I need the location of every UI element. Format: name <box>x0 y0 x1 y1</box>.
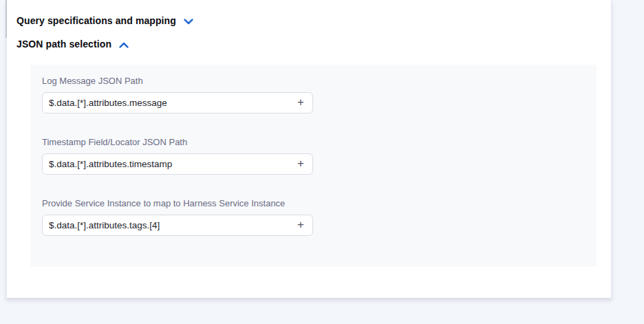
timestamp-json-path-input-wrap: + <box>42 153 313 175</box>
section-query-specifications[interactable]: Query specifications and mapping <box>17 15 193 26</box>
service-instance-json-path-input[interactable] <box>43 215 289 235</box>
page-background: Query specifications and mapping JSON pa… <box>0 0 644 324</box>
field-log-message-json-path: Log Message JSON Path + <box>42 76 597 114</box>
add-expression-button[interactable]: + <box>289 215 312 235</box>
field-label: Provide Service Instance to map to Harne… <box>42 198 597 208</box>
chevron-up-icon <box>119 42 129 48</box>
settings-card: Query specifications and mapping JSON pa… <box>6 0 612 298</box>
log-message-json-path-input-wrap: + <box>42 92 313 114</box>
log-message-json-path-input[interactable] <box>43 93 289 113</box>
field-timestamp-json-path: Timestamp Field/Locator JSON Path + <box>42 137 597 175</box>
section-json-path-selection[interactable]: JSON path selection <box>17 39 129 50</box>
chevron-down-icon <box>184 19 193 25</box>
service-instance-json-path-input-wrap: + <box>42 215 313 236</box>
timestamp-json-path-input[interactable] <box>43 154 289 174</box>
json-path-panel: Log Message JSON Path + Timestamp Field/… <box>30 65 597 267</box>
scrollbar-track[interactable] <box>6 0 7 298</box>
field-service-instance-json-path: Provide Service Instance to map to Harne… <box>42 198 597 236</box>
field-label: Timestamp Field/Locator JSON Path <box>42 137 597 147</box>
field-label: Log Message JSON Path <box>42 76 597 86</box>
section-title: JSON path selection <box>17 39 111 50</box>
scrollbar-thumb[interactable] <box>6 0 7 38</box>
add-expression-button[interactable]: + <box>289 154 312 174</box>
section-title: Query specifications and mapping <box>17 15 176 26</box>
add-expression-button[interactable]: + <box>289 93 312 113</box>
